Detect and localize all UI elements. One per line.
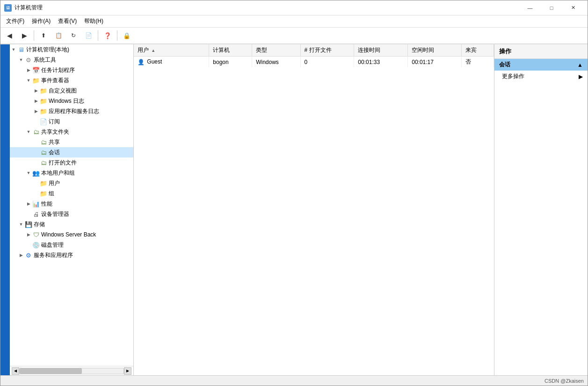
icon-gear: ⚙ bbox=[25, 56, 32, 64]
tree-item-sessions[interactable]: 🗂 会话 bbox=[10, 147, 133, 157]
main-area: ▼ 🖥 计算机管理(本地) ▼ ⚙ 系统工具 ▶ 📅 任务 bbox=[0, 44, 588, 375]
icon-calendar: 📅 bbox=[32, 66, 40, 74]
maximize-button[interactable]: □ bbox=[541, 0, 562, 15]
tree-hscroll-track[interactable] bbox=[19, 368, 124, 374]
export-button[interactable]: 📄 bbox=[81, 29, 95, 42]
menu-help[interactable]: 帮助(H) bbox=[80, 16, 107, 26]
toggle-app-logs[interactable]: ▶ bbox=[32, 107, 40, 115]
table-row[interactable]: 👤 Guest bogon Windows 0 00:01:33 00:01:1… bbox=[134, 57, 494, 68]
icon-users-folder: 📁 bbox=[40, 179, 47, 187]
icon-device-manager: 🖨 bbox=[32, 210, 40, 218]
toggle-windows-backup[interactable]: ▶ bbox=[25, 231, 32, 238]
toggle-storage[interactable]: ▼ bbox=[17, 221, 25, 228]
icon-shared-folders: 🗂 bbox=[32, 128, 40, 136]
icon-open-files: 🗂 bbox=[40, 159, 47, 166]
toggle-services[interactable]: ▶ bbox=[17, 251, 25, 259]
tree-item-performance[interactable]: ▶ 📊 性能 bbox=[10, 199, 133, 209]
tree-item-shared-folders[interactable]: ▼ 🗂 共享文件夹 bbox=[10, 127, 133, 137]
tree-label-shares: 共享 bbox=[49, 138, 60, 146]
scroll-left-arrow[interactable]: ◀ bbox=[12, 367, 19, 375]
icon-services: ⚙ bbox=[25, 251, 32, 259]
icon-folder-winlogs: 📁 bbox=[40, 97, 47, 105]
icon-shares: 🗂 bbox=[40, 138, 47, 146]
toggle-performance[interactable]: ▶ bbox=[25, 200, 32, 207]
tree-item-open-files[interactable]: 🗂 打开的文件 bbox=[10, 157, 133, 168]
tree-item-event-viewer[interactable]: ▼ 📁 事件查看器 bbox=[10, 75, 133, 86]
toggle-root[interactable]: ▼ bbox=[10, 46, 17, 53]
tree-item-subscriptions[interactable]: 📄 订阅 bbox=[10, 116, 133, 127]
tree-label-services-apps: 服务和应用程序 bbox=[34, 251, 73, 259]
help-button[interactable]: ❓ bbox=[101, 29, 115, 42]
col-header-open-files[interactable]: # 打开文件 bbox=[300, 44, 354, 57]
lock-button[interactable]: 🔒 bbox=[120, 29, 134, 42]
menu-action[interactable]: 操作(A) bbox=[28, 16, 54, 26]
icon-sessions: 🗂 bbox=[40, 149, 47, 156]
toolbar-separator-3 bbox=[117, 30, 117, 41]
tree-panel: ▼ 🖥 计算机管理(本地) ▼ ⚙ 系统工具 ▶ 📅 任务 bbox=[10, 44, 134, 375]
tree-label-root: 计算机管理(本地) bbox=[26, 46, 69, 54]
tree-item-windows-logs[interactable]: ▶ 📁 Windows 日志 bbox=[10, 96, 133, 106]
icon-local-users: 👥 bbox=[32, 169, 40, 177]
main-window: 🖥 计算机管理 — □ ✕ 文件(F) 操作(A) 查看(V) 帮助(H) ◀ … bbox=[0, 0, 588, 386]
tree-label-open-files: 打开的文件 bbox=[49, 159, 77, 167]
cell-open-files: 0 bbox=[300, 57, 354, 68]
col-header-user[interactable]: 用户 ▲ bbox=[134, 44, 209, 57]
tree-label-users: 用户 bbox=[49, 179, 60, 187]
tree-item-app-logs[interactable]: ▶ 📁 应用程序和服务日志 bbox=[10, 106, 133, 116]
actions-more-item[interactable]: 更多操作 ▶ bbox=[494, 71, 588, 82]
tree-item-task-scheduler[interactable]: ▶ 📅 任务计划程序 bbox=[10, 65, 133, 75]
tree-item-groups[interactable]: 📁 组 bbox=[10, 188, 133, 199]
col-header-idle-time[interactable]: 空闲时间 bbox=[408, 44, 462, 57]
tree-item-windows-backup[interactable]: ▶ 🛡 Windows Server Back bbox=[10, 229, 133, 240]
tree-label-event-viewer: 事件查看器 bbox=[41, 77, 69, 85]
col-header-connect-time[interactable]: 连接时间 bbox=[354, 44, 408, 57]
status-bar: CSDN @Zkaisen bbox=[0, 375, 588, 386]
col-header-computer[interactable]: 计算机 bbox=[209, 44, 252, 57]
actions-section-sessions[interactable]: 会话 ▲ bbox=[494, 59, 588, 71]
toggle-custom-views[interactable]: ▶ bbox=[32, 87, 40, 94]
tree-item-device-manager[interactable]: 🖨 设备管理器 bbox=[10, 209, 133, 219]
icon-computer: 🖥 bbox=[17, 46, 25, 53]
tree-item-services-apps[interactable]: ▶ ⚙ 服务和应用程序 bbox=[10, 250, 133, 260]
toggle-task-scheduler[interactable]: ▶ bbox=[25, 66, 32, 74]
status-text: CSDN @Zkaisen bbox=[544, 378, 584, 384]
up-button[interactable]: ⬆ bbox=[36, 29, 51, 42]
tree-item-disk-mgmt[interactable]: 💿 磁盘管理 bbox=[10, 240, 133, 250]
properties-button[interactable]: 📋 bbox=[51, 29, 65, 42]
icon-backup: 🛡 bbox=[32, 231, 40, 238]
tree-label-shared-folders: 共享文件夹 bbox=[41, 128, 69, 136]
toggle-shared-folders[interactable]: ▼ bbox=[25, 128, 32, 136]
app-icon: 🖥 bbox=[4, 4, 12, 12]
tree-item-storage[interactable]: ▼ 💾 存储 bbox=[10, 219, 133, 229]
refresh-button[interactable]: ↻ bbox=[66, 29, 80, 42]
toggle-event-viewer[interactable]: ▼ bbox=[25, 77, 32, 84]
tree-hscroll-thumb bbox=[20, 368, 82, 374]
tree-label-sessions: 会话 bbox=[49, 149, 60, 157]
tree-item-shares[interactable]: 🗂 共享 bbox=[10, 137, 133, 147]
table-header: 用户 ▲ 计算机 类型 # 打开文件 bbox=[134, 44, 494, 57]
tree-scrollbar: ◀ ▶ bbox=[10, 366, 133, 375]
scroll-right-arrow[interactable]: ▶ bbox=[124, 367, 131, 375]
minimize-button[interactable]: — bbox=[519, 0, 541, 15]
col-header-type[interactable]: 类型 bbox=[252, 44, 300, 57]
toggle-sys-tools[interactable]: ▼ bbox=[17, 56, 25, 64]
tree-item-users[interactable]: 📁 用户 bbox=[10, 178, 133, 188]
cell-guest: 否 bbox=[462, 57, 494, 68]
close-button[interactable]: ✕ bbox=[562, 0, 584, 15]
tree-item-custom-views[interactable]: ▶ 📁 自定义视图 bbox=[10, 86, 133, 96]
menu-file[interactable]: 文件(F) bbox=[2, 16, 28, 26]
menu-view[interactable]: 查看(V) bbox=[54, 16, 80, 26]
tree-label-groups: 组 bbox=[49, 190, 54, 198]
forward-button[interactable]: ▶ bbox=[17, 29, 31, 42]
tree-label-task-scheduler: 任务计划程序 bbox=[41, 66, 75, 74]
toggle-windows-logs[interactable]: ▶ bbox=[32, 97, 40, 105]
back-button[interactable]: ◀ bbox=[2, 29, 16, 42]
tree-item-local-users[interactable]: ▼ 👥 本地用户和组 bbox=[10, 168, 133, 178]
sort-icon-user: ▲ bbox=[151, 48, 155, 53]
tree-label-subscriptions: 订阅 bbox=[49, 118, 60, 126]
col-header-guest[interactable]: 来宾 bbox=[462, 44, 494, 57]
toggle-local-users[interactable]: ▼ bbox=[25, 169, 32, 177]
tree-item-root[interactable]: ▼ 🖥 计算机管理(本地) bbox=[10, 44, 133, 55]
tree-label-app-logs: 应用程序和服务日志 bbox=[49, 107, 99, 115]
tree-item-sys-tools[interactable]: ▼ ⚙ 系统工具 bbox=[10, 55, 133, 65]
